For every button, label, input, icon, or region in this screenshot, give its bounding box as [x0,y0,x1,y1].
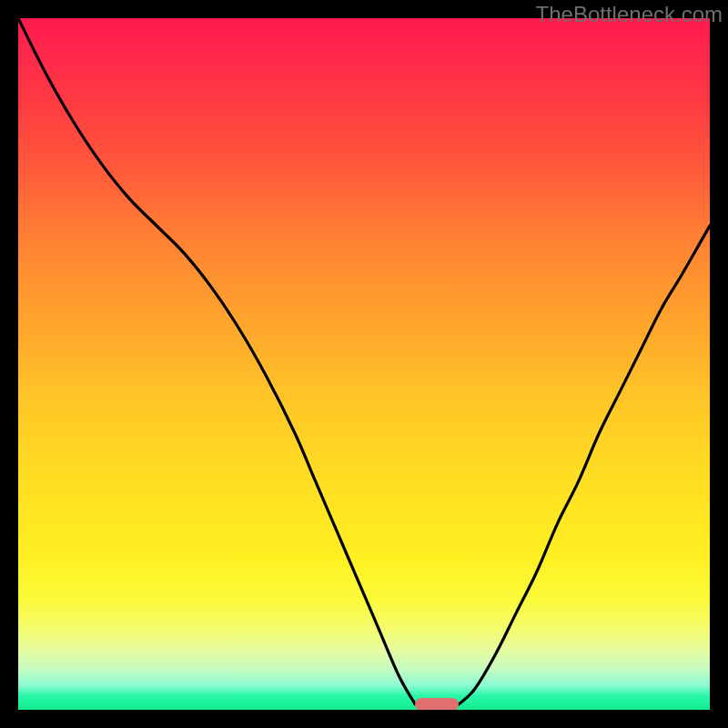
curve-left-branch [18,18,415,704]
optimal-marker [415,698,459,710]
bottleneck-curve [18,18,710,710]
watermark-text: TheBottleneck.com [536,2,723,27]
chart-frame [18,18,710,710]
curve-right-branch [459,226,710,704]
